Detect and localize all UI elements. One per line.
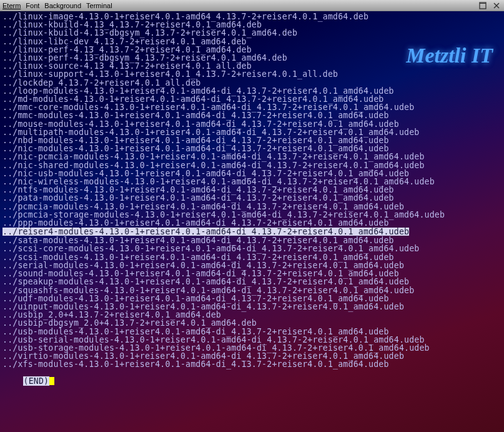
terminal-line: ../mmc-modules-4.13.0-1+reiser4.0.1-amd6…: [2, 111, 502, 119]
terminal-output: ../linux-image-4.13.0-1+reiser4.0.1-amd6…: [2, 13, 502, 369]
pager-end-marker: (END): [2, 369, 54, 394]
menu-font[interactable]: Font: [26, 2, 39, 9]
terminal-line: ../squashfs-modules-4.13.0-1+reiser4.0.1…: [2, 286, 502, 294]
terminal-line: ../nic-shared-modules-4.13.0-1+reiser4.0…: [2, 161, 502, 169]
terminal-line: ../lockdep_4.13.7-2+reiser4.0.1_all.deb: [2, 79, 502, 87]
terminal-line: ../pata-modules-4.13.0-1+reiser4.0.1-amd…: [2, 194, 502, 202]
terminal-line: ../usbip-dbgsym_2.0+4.13.7-2+reiser4.0.1…: [2, 319, 502, 327]
menu-eterm[interactable]: Eterm: [2, 2, 21, 9]
window-controls: [478, 1, 502, 10]
menu-background[interactable]: Background: [44, 2, 81, 9]
terminal-line: ../reiser4-modules-4.13.0-1+reiser4.0.1-…: [2, 228, 409, 236]
terminal-line: ../scsi-modules-4.13.0-1+reiser4.0.1-amd…: [2, 253, 502, 261]
terminal-line: ../linux-support-4.13.0-1+reiser4.0.1_4.…: [2, 70, 502, 78]
terminal-line: ../linux-libc-dev_4.13.7-2+reiser4.0.1_a…: [2, 38, 502, 46]
terminal-line: ../nic-pcmcia-modules-4.13.0-1+reiser4.0…: [2, 153, 502, 161]
end-text: (END): [23, 376, 50, 386]
terminal-line: ../usb-serial-modules-4.13.0-1+reiser4.0…: [2, 336, 502, 344]
terminal-line: ../mouse-modules-4.13.0-1+reiser4.0.1-am…: [2, 120, 502, 128]
close-icon[interactable]: [492, 1, 502, 10]
terminal-line: ../pcmcia-modules-4.13.0-1+reiser4.0.1-a…: [2, 203, 502, 211]
terminal-line: ../usb-modules-4.13.0-1+reiser4.0.1-amd6…: [2, 328, 502, 336]
terminal-line: ../ppp-modules-4.13.0-1+reiser4.0.1-amd6…: [2, 219, 502, 227]
terminal-line: ../xfs-modules-4.13.0-1+reiser4.0.1-amd6…: [2, 360, 502, 368]
menu-terminal[interactable]: Terminal: [86, 2, 112, 9]
window-menu: Eterm Font Background Terminal: [2, 2, 112, 9]
terminal-line: ../speakup-modules-4.13.0-1+reiser4.0.1-…: [2, 278, 502, 286]
titlebar: Eterm Font Background Terminal: [0, 0, 504, 11]
terminal-line: ../udf-modules-4.13.0-1+reiser4.0.1-amd6…: [2, 294, 502, 303]
cursor: [49, 377, 54, 385]
maximize-icon[interactable]: [478, 1, 488, 10]
terminal-area[interactable]: Metztli IT ../linux-image-4.13.0-1+reise…: [0, 11, 504, 432]
terminal-line: ../scsi-core-modules-4.13.0-1+reiser4.0.…: [2, 244, 502, 253]
terminal-line: ../linux-kbuild-4.13-dbgsym_4.13.7-2+rei…: [2, 29, 502, 37]
